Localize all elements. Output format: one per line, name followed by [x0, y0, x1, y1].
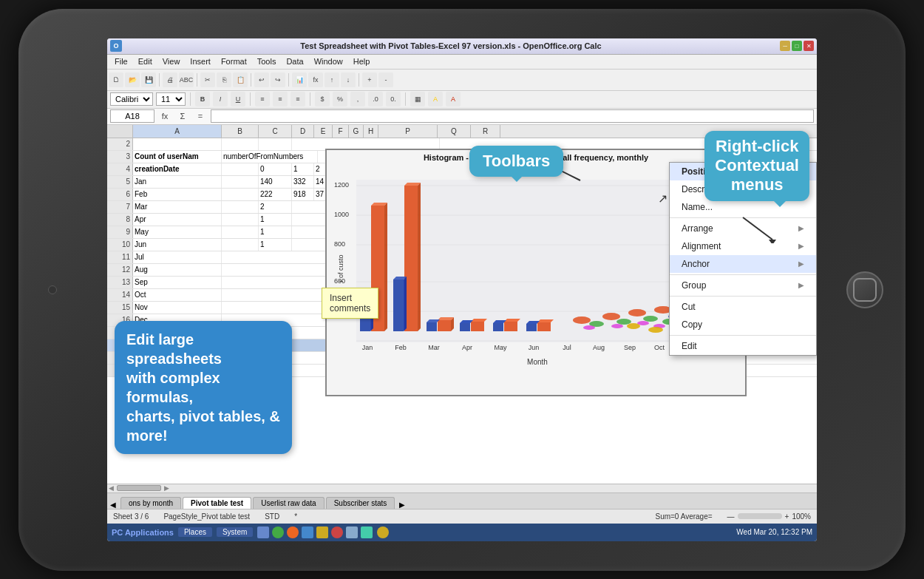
taskbar-icon-4[interactable]	[302, 526, 313, 538]
font-family-select[interactable]: Calibri	[110, 92, 153, 106]
ctx-copy[interactable]: Copy	[670, 316, 816, 333]
equals-button[interactable]: =	[193, 109, 208, 123]
col-header-p[interactable]: P	[378, 125, 438, 138]
bold-icon[interactable]: B	[195, 92, 210, 106]
col-header-c[interactable]: C	[259, 125, 292, 138]
svg-text:Jan: Jan	[362, 344, 373, 351]
font-toolbar: Calibri 11 B I U ≡ ≡ ≡ $ % , .0 0.	[107, 91, 817, 109]
ctx-group[interactable]: Group ▶	[670, 277, 816, 294]
menu-format[interactable]: Format	[217, 56, 251, 67]
taskbar-icon-7[interactable]	[346, 526, 358, 538]
taskbar-icon-6[interactable]	[331, 526, 343, 538]
menu-window[interactable]: Window	[310, 56, 347, 67]
cut-icon[interactable]: ✂	[200, 72, 215, 87]
paste-icon[interactable]: 📋	[233, 72, 248, 87]
copy-icon[interactable]: ⎘	[217, 72, 231, 87]
menu-data[interactable]: Data	[282, 56, 308, 67]
spell-icon[interactable]: ABC	[179, 72, 194, 87]
menu-view[interactable]: View	[158, 56, 185, 67]
menu-insert[interactable]: Insert	[186, 56, 215, 67]
open-icon[interactable]: 📂	[125, 72, 140, 87]
svg-point-55	[648, 327, 663, 333]
zoom-in-icon[interactable]: +	[362, 72, 377, 87]
col-header-b[interactable]: B	[222, 125, 259, 138]
chart-icon[interactable]: 📊	[292, 72, 307, 87]
col-header-q[interactable]: Q	[438, 125, 471, 138]
menu-help[interactable]: Help	[349, 56, 375, 67]
italic-icon[interactable]: I	[213, 92, 228, 106]
menu-tools[interactable]: Tools	[253, 56, 281, 67]
taskbar-icon-5[interactable]	[316, 526, 328, 538]
taskbar-icon-2[interactable]	[272, 526, 284, 538]
close-button[interactable]: ✕	[804, 41, 814, 51]
font-size-select[interactable]: 11	[156, 92, 186, 106]
percent-icon[interactable]: %	[333, 92, 347, 106]
function-icon[interactable]: fx	[308, 72, 323, 87]
ipad-home-button[interactable]	[846, 271, 883, 308]
places-button[interactable]: Places	[178, 527, 212, 537]
print-icon[interactable]: 🖨	[163, 72, 177, 87]
borders-icon[interactable]: ▦	[410, 92, 425, 106]
bg-color-icon[interactable]: A	[428, 92, 443, 106]
sort-asc-icon[interactable]: ↑	[325, 72, 339, 87]
standard-toolbar: 🗋 📂 💾 🖨 ABC ✂ ⎘ 📋 ↩ ↪ 📊 fx ↑	[107, 70, 817, 91]
svg-text:Apr: Apr	[462, 344, 472, 351]
scroll-thumb-x[interactable]	[117, 485, 161, 491]
align-center-icon[interactable]: ≡	[273, 92, 288, 106]
function-wizard-button[interactable]: fx	[157, 109, 172, 123]
svg-point-45	[616, 319, 631, 325]
callout-toolbars: Toolbars	[469, 146, 563, 177]
cell-reference-input[interactable]	[110, 109, 154, 123]
sheet-scroll-left[interactable]: ◀	[110, 501, 116, 509]
maximize-button[interactable]: □	[792, 41, 802, 51]
col-header-a[interactable]: A	[133, 125, 222, 138]
minimize-button[interactable]: ─	[780, 41, 790, 51]
sum-button[interactable]: Σ	[175, 109, 190, 123]
new-icon[interactable]: 🗋	[109, 72, 123, 87]
col-header-e[interactable]: E	[314, 125, 333, 138]
taskbar-icon-8[interactable]	[361, 526, 373, 538]
svg-point-44	[602, 313, 620, 320]
currency-icon[interactable]: $	[315, 92, 330, 106]
zoom-slider[interactable]	[738, 513, 782, 519]
menu-file[interactable]: File	[110, 56, 132, 67]
col-header-d[interactable]: D	[292, 125, 314, 138]
zoom-in-btn[interactable]: +	[785, 512, 789, 521]
network-icon[interactable]	[377, 526, 389, 538]
zoom-out-btn[interactable]: —	[727, 512, 735, 521]
taskbar-icons	[257, 526, 373, 538]
zoom-out-icon[interactable]: -	[378, 72, 393, 87]
col-header-f[interactable]: F	[333, 125, 349, 138]
sheet-tab-subscriber[interactable]: Subscriber stats	[326, 497, 395, 509]
ctx-edit[interactable]: Edit	[670, 337, 816, 355]
main-content: A B C D E F G H P Q R	[107, 125, 817, 484]
decrease-decimal-icon[interactable]: 0.	[386, 92, 401, 106]
undo-icon[interactable]: ↩	[254, 72, 269, 87]
ctx-anchor[interactable]: Anchor ▶	[670, 255, 816, 273]
comma-icon[interactable]: ,	[350, 92, 365, 106]
align-left-icon[interactable]: ≡	[255, 92, 270, 106]
underline-icon[interactable]: U	[231, 92, 245, 106]
col-header-r[interactable]: R	[471, 125, 500, 138]
menu-edit[interactable]: Edit	[134, 56, 157, 67]
ipad-home-button-inner	[853, 278, 877, 302]
sheet-scroll-right[interactable]: ▶	[399, 501, 405, 509]
taskbar-icon-1[interactable]	[257, 526, 269, 538]
group-submenu-arrow: ▶	[798, 281, 804, 289]
sheet-tab-userlist[interactable]: Userlist raw data	[253, 497, 324, 509]
sheet-tab-pivot[interactable]: Pivot table test	[183, 497, 251, 509]
system-button[interactable]: System	[217, 527, 253, 537]
horizontal-scrollbar[interactable]: ◀ ▶	[107, 484, 817, 492]
sheet-tab-ons[interactable]: ons by month	[120, 497, 181, 509]
increase-decimal-icon[interactable]: .0	[368, 92, 383, 106]
col-header-g[interactable]: G	[349, 125, 364, 138]
redo-icon[interactable]: ↪	[271, 72, 285, 87]
ctx-cut[interactable]: Cut	[670, 298, 816, 316]
save-icon[interactable]: 💾	[141, 72, 156, 87]
taskbar-icon-3[interactable]	[287, 526, 299, 538]
col-header-h[interactable]: H	[364, 125, 378, 138]
font-color-icon[interactable]: A	[446, 92, 461, 106]
align-right-icon[interactable]: ≡	[291, 92, 305, 106]
formula-input[interactable]	[211, 109, 814, 123]
sort-desc-icon[interactable]: ↓	[341, 72, 356, 87]
